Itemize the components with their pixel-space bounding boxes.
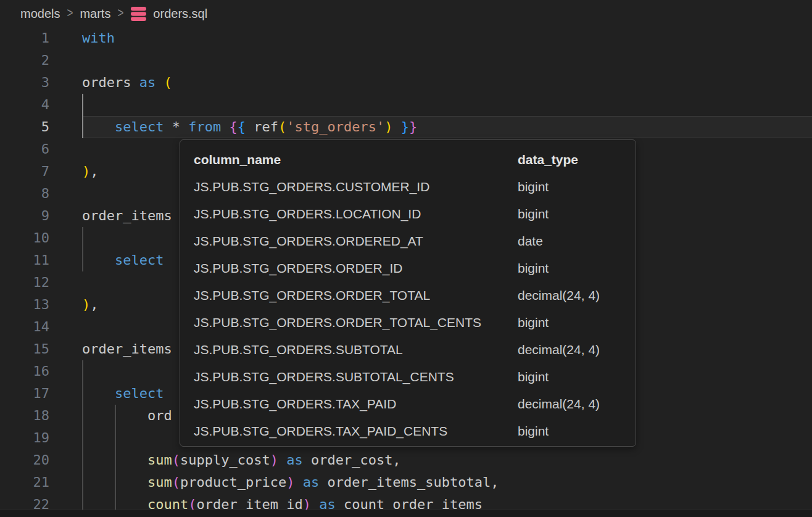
popup-column-row: JS.PUB.STG_ORDERS.LOCATION_IDbigint [180, 201, 636, 228]
code-token[interactable] [82, 386, 115, 401]
breadcrumb-item-marts[interactable]: marts [80, 7, 110, 21]
code-token[interactable]: ( [164, 75, 172, 90]
breadcrumb-item-file[interactable]: orders.sql [153, 7, 207, 21]
code-token[interactable]: ) [82, 163, 90, 179]
code-token[interactable]: ( [278, 119, 286, 134]
code-text[interactable]: sum(supply_cost) as order_cost, [82, 449, 401, 471]
code-token[interactable] [82, 408, 147, 423]
line-number[interactable]: 11 [0, 249, 82, 271]
code-text[interactable]: ord [82, 405, 172, 427]
code-text[interactable]: with [82, 27, 115, 49]
code-token[interactable]: as [303, 474, 320, 490]
line-number[interactable]: 16 [0, 360, 82, 383]
code-token[interactable]: as [286, 452, 303, 468]
line-number[interactable]: 20 [0, 449, 82, 471]
line-number[interactable]: 19 [0, 427, 82, 449]
code-text[interactable]: select [82, 383, 164, 405]
line-number[interactable]: 15 [0, 338, 82, 360]
code-text[interactable]: sum(product_price) as order_items_subtot… [82, 471, 499, 494]
code-token[interactable]: ord [147, 408, 172, 423]
code-line[interactable]: 21 sum(product_price) as order_items_sub… [0, 471, 812, 494]
code-text[interactable]: orders as ( [82, 72, 172, 94]
code-token[interactable]: ) [82, 297, 90, 312]
code-token[interactable] [303, 452, 311, 468]
line-number[interactable]: 4 [0, 94, 82, 116]
code-token[interactable]: } [401, 119, 409, 134]
popup-header-data-type: data_type [518, 152, 636, 167]
line-number[interactable]: 2 [0, 49, 82, 72]
code-token[interactable]: from [188, 119, 221, 134]
line-number[interactable]: 8 [0, 183, 82, 205]
code-token[interactable] [319, 474, 327, 490]
code-token[interactable]: order_cost, [311, 452, 401, 468]
code-token[interactable] [82, 252, 115, 268]
line-number[interactable]: 17 [0, 383, 82, 405]
line-number[interactable]: 14 [0, 316, 82, 338]
code-line[interactable]: 1with [0, 27, 812, 49]
line-number[interactable]: 7 [0, 160, 82, 183]
code-token[interactable]: select [115, 119, 164, 134]
code-token[interactable]: { [238, 119, 246, 134]
line-number[interactable]: 21 [0, 471, 82, 494]
code-token[interactable] [392, 119, 400, 134]
code-token[interactable]: order_items_subtotal, [327, 474, 499, 490]
code-text[interactable]: ), [82, 160, 99, 183]
code-token[interactable] [82, 474, 147, 490]
breadcrumb-item-models[interactable]: models [20, 7, 60, 21]
code-token[interactable]: order_items [82, 208, 172, 223]
code-token[interactable]: sum [147, 474, 172, 490]
code-token[interactable] [180, 119, 188, 134]
code-token[interactable]: select [115, 252, 164, 268]
code-text[interactable]: order_items [82, 205, 172, 227]
line-number[interactable]: 10 [0, 227, 82, 249]
code-token[interactable] [82, 119, 115, 134]
code-token[interactable] [155, 75, 164, 90]
code-token[interactable] [278, 452, 286, 468]
line-number[interactable]: 12 [0, 271, 82, 294]
line-number[interactable]: 13 [0, 294, 82, 316]
code-text[interactable]: ), [82, 294, 99, 316]
code-token[interactable]: with [82, 30, 115, 46]
code-text[interactable]: select [82, 249, 164, 271]
code-token[interactable]: ) [286, 474, 294, 490]
code-line[interactable]: 20 sum(supply_cost) as order_cost, [0, 449, 812, 471]
code-token[interactable] [294, 474, 302, 490]
code-line[interactable]: 4 [0, 94, 812, 116]
code-token[interactable]: supply_cost [180, 452, 270, 468]
code-line[interactable]: 3orders as ( [0, 72, 812, 94]
code-token[interactable] [221, 119, 229, 134]
code-token[interactable]: ( [172, 474, 180, 490]
code-line[interactable]: 2 [0, 49, 812, 72]
code-token[interactable]: ref [254, 119, 278, 134]
line-number[interactable]: 5 [0, 116, 82, 138]
code-token[interactable]: order_items [82, 341, 172, 357]
line-number[interactable]: 9 [0, 205, 82, 227]
code-text[interactable]: select * from {{ ref('stg_orders') }} [82, 116, 417, 138]
line-number[interactable]: 1 [0, 27, 82, 49]
code-token[interactable]: product_price [180, 474, 286, 490]
code-token[interactable]: select [115, 386, 164, 401]
code-token[interactable]: } [409, 119, 417, 134]
code-line[interactable]: 5 select * from {{ ref('stg_orders') }} [0, 116, 812, 138]
code-token[interactable] [246, 119, 254, 134]
code-token[interactable]: ) [384, 119, 392, 134]
data-type-cell: bigint [518, 261, 636, 276]
code-token[interactable]: sum [147, 452, 172, 468]
code-token[interactable] [82, 452, 147, 468]
code-token[interactable]: orders [82, 75, 131, 90]
popup-column-row: JS.PUB.STG_ORDERS.SUBTOTALdecimal(24, 4) [180, 336, 636, 363]
code-token[interactable]: 'stg_orders' [286, 119, 384, 134]
code-token[interactable] [164, 119, 172, 134]
code-text[interactable]: order_items [82, 338, 172, 360]
code-token[interactable]: , [90, 163, 98, 179]
code-token[interactable]: { [229, 119, 237, 134]
line-number[interactable]: 18 [0, 405, 82, 427]
code-token[interactable]: as [139, 75, 156, 90]
code-token[interactable]: * [172, 119, 180, 134]
line-number[interactable]: 6 [0, 138, 82, 160]
code-token[interactable]: ( [172, 452, 180, 468]
code-token[interactable]: ) [270, 452, 278, 468]
line-number[interactable]: 3 [0, 72, 82, 94]
code-token[interactable]: , [90, 297, 98, 312]
code-token[interactable] [131, 75, 139, 90]
